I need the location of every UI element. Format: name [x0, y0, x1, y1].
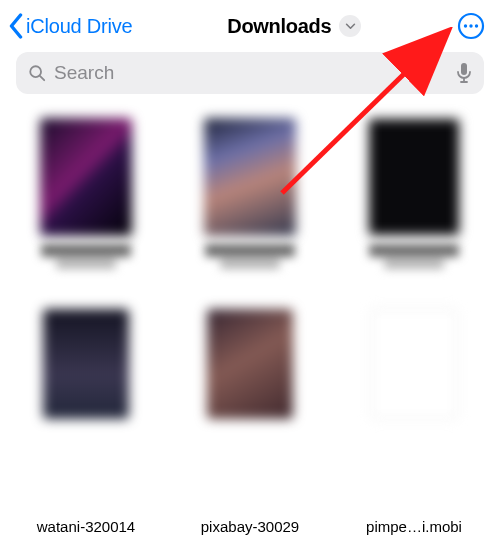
svg-point-2	[469, 24, 472, 27]
svg-line-5	[40, 76, 44, 80]
file-thumbnail	[207, 309, 293, 419]
file-item[interactable]	[18, 309, 154, 419]
file-name: watani-320014	[18, 518, 154, 539]
file-item[interactable]	[182, 118, 318, 269]
file-thumbnail	[204, 118, 296, 236]
back-button[interactable]: iCloud Drive	[8, 13, 133, 39]
dictate-button[interactable]	[456, 62, 472, 84]
svg-point-1	[464, 24, 467, 27]
ellipsis-circle-icon	[457, 12, 485, 40]
file-item[interactable]	[346, 309, 482, 419]
file-item[interactable]	[18, 118, 154, 269]
file-grid	[0, 104, 500, 419]
file-name: pimpe…i.mobi	[346, 518, 482, 539]
file-thumbnail	[43, 309, 129, 419]
page-title: Downloads	[227, 15, 331, 38]
more-options-button[interactable]	[456, 11, 486, 41]
svg-point-3	[475, 24, 478, 27]
chevron-left-icon	[8, 13, 24, 39]
chevron-down-icon	[345, 23, 356, 30]
file-item[interactable]	[182, 309, 318, 419]
search-input[interactable]	[54, 62, 448, 84]
search-icon	[28, 64, 46, 82]
file-thumbnail	[371, 309, 457, 419]
file-thumbnail	[40, 118, 132, 236]
svg-rect-6	[461, 63, 467, 75]
microphone-icon	[456, 62, 472, 84]
file-name: pixabay-30029	[182, 518, 318, 539]
folder-switcher[interactable]	[339, 15, 361, 37]
nav-bar: iCloud Drive Downloads	[0, 0, 500, 48]
file-labels-row: watani-320014 pixabay-30029 pimpe…i.mobi	[0, 518, 500, 539]
file-thumbnail	[368, 118, 460, 236]
back-label: iCloud Drive	[26, 15, 133, 38]
search-field[interactable]	[16, 52, 484, 94]
file-item[interactable]	[346, 118, 482, 269]
